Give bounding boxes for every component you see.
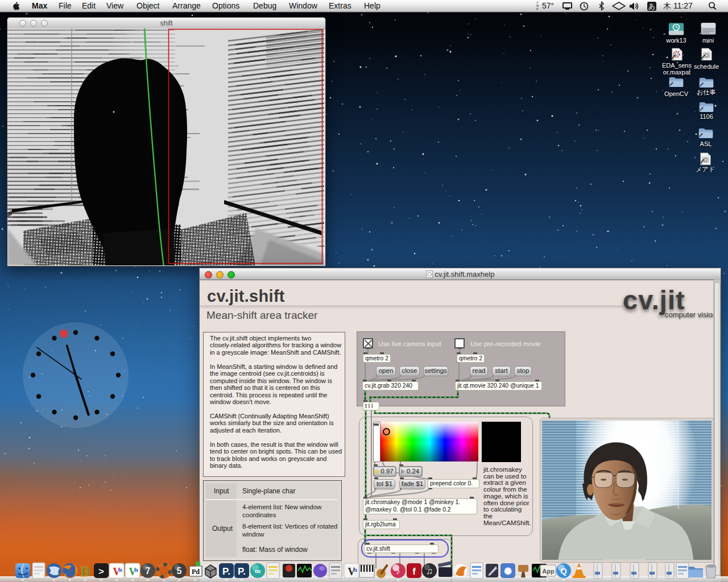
svg-text:Q: Q <box>560 566 567 576</box>
svg-text:Pd: Pd <box>192 568 200 576</box>
svg-text:n: n <box>354 567 357 573</box>
svg-text:♪: ♪ <box>396 566 400 576</box>
svg-text:f: f <box>412 566 416 577</box>
svg-text:App: App <box>542 568 555 575</box>
svg-text:P.: P. <box>238 566 246 577</box>
svg-text:B: B <box>80 563 90 580</box>
svg-text:>: > <box>98 566 104 577</box>
svg-text:♫: ♫ <box>426 566 433 576</box>
svg-text:✺: ✺ <box>504 566 512 577</box>
svg-text:5: 5 <box>177 566 182 576</box>
svg-text:n: n <box>135 567 138 573</box>
svg-text:7: 7 <box>146 566 151 576</box>
svg-text:∞: ∞ <box>255 566 261 576</box>
svg-text:n: n <box>119 567 122 573</box>
svg-text:P.: P. <box>222 566 230 577</box>
